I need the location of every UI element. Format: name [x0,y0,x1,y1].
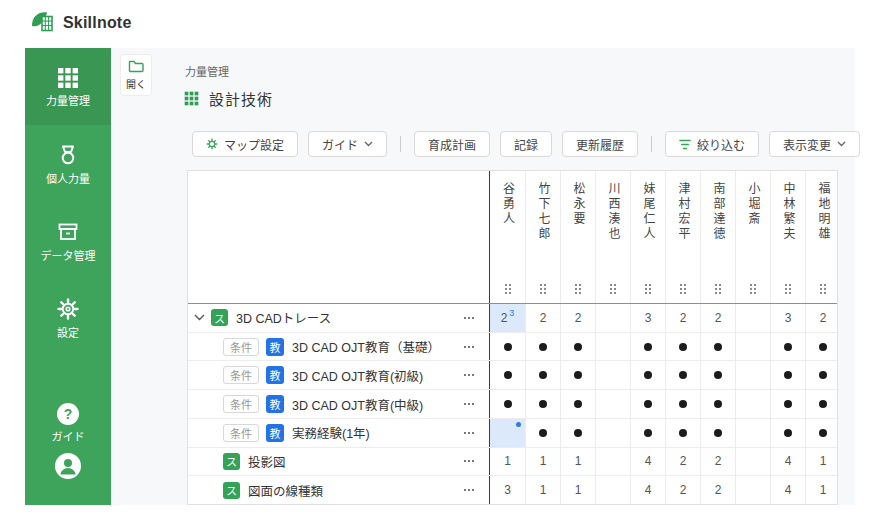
data-cell[interactable] [595,361,630,389]
display-change-dropdown-button[interactable]: 表示変更 [769,131,860,157]
data-cell[interactable] [525,390,560,418]
data-cell[interactable] [735,333,770,361]
data-cell[interactable] [630,333,665,361]
sidebar-item-guide[interactable]: ? ガイド [25,393,111,453]
data-cell[interactable] [630,419,665,447]
data-cell[interactable]: 23 [490,304,525,332]
data-cell[interactable] [735,476,770,504]
column-menu-icon[interactable] [609,283,617,295]
data-cell[interactable] [595,419,630,447]
data-cell[interactable] [735,304,770,332]
column-menu-icon[interactable] [539,283,547,295]
data-cell[interactable] [770,419,805,447]
data-cell[interactable] [735,361,770,389]
data-cell[interactable] [665,419,700,447]
column-menu-icon[interactable] [679,283,687,295]
column-menu-icon[interactable] [574,283,582,295]
breadcrumb[interactable]: 力量管理 [185,63,229,79]
data-cell[interactable] [595,390,630,418]
data-cell[interactable] [665,390,700,418]
column-menu-icon[interactable] [819,283,827,295]
data-cell[interactable]: 1 [805,476,840,504]
data-cell[interactable] [595,448,630,476]
row-menu-icon[interactable] [463,488,475,492]
data-cell[interactable] [525,333,560,361]
row-menu-icon[interactable] [463,402,475,406]
training-plan-button[interactable]: 育成計画 [414,131,490,157]
data-cell[interactable] [770,361,805,389]
row-menu-icon[interactable] [463,431,475,435]
data-cell[interactable] [700,361,735,389]
data-cell[interactable]: 1 [525,448,560,476]
data-cell[interactable]: 2 [700,304,735,332]
row-menu-icon[interactable] [463,345,475,349]
data-cell[interactable]: 3 [490,476,525,504]
data-cell[interactable]: 2 [805,304,840,332]
data-cell[interactable]: 2 [700,476,735,504]
data-cell[interactable] [560,361,595,389]
data-cell[interactable] [490,361,525,389]
data-cell[interactable] [805,361,840,389]
sidebar-item-data-management[interactable]: データ管理 [25,202,111,279]
column-menu-icon[interactable] [784,283,792,295]
data-cell[interactable]: 1 [490,448,525,476]
data-cell[interactable] [560,390,595,418]
data-cell[interactable] [525,361,560,389]
data-cell[interactable] [805,419,840,447]
data-cell[interactable] [805,390,840,418]
data-cell[interactable] [735,390,770,418]
data-cell[interactable]: 2 [700,448,735,476]
column-menu-icon[interactable] [504,283,512,295]
data-cell[interactable]: 4 [630,448,665,476]
data-cell[interactable] [735,448,770,476]
column-menu-icon[interactable] [714,283,722,295]
data-cell[interactable]: 2 [560,304,595,332]
data-cell[interactable] [490,419,525,447]
data-cell[interactable]: 3 [630,304,665,332]
data-cell[interactable] [665,361,700,389]
data-cell[interactable]: 4 [630,476,665,504]
open-panel-button[interactable]: 開く [120,54,152,96]
sidebar-item-personal-competency[interactable]: 個人力量 [25,125,111,202]
sidebar-account[interactable] [25,453,111,505]
record-button[interactable]: 記録 [500,131,552,157]
data-cell[interactable]: 2 [665,476,700,504]
data-cell[interactable] [595,304,630,332]
data-cell[interactable] [770,390,805,418]
row-menu-icon[interactable] [463,373,475,377]
data-cell[interactable]: 1 [560,476,595,504]
data-cell[interactable] [630,361,665,389]
data-cell[interactable]: 1 [525,476,560,504]
data-cell[interactable] [805,333,840,361]
data-cell[interactable]: 2 [665,448,700,476]
data-cell[interactable]: 1 [805,448,840,476]
data-cell[interactable] [525,419,560,447]
column-menu-icon[interactable] [644,283,652,295]
data-cell[interactable]: 3 [770,304,805,332]
data-cell[interactable]: 2 [665,304,700,332]
data-cell[interactable]: 1 [560,448,595,476]
map-settings-button[interactable]: マップ設定 [192,131,298,157]
data-cell[interactable] [735,419,770,447]
sidebar-item-settings[interactable]: 設定 [25,279,111,356]
data-cell[interactable] [770,333,805,361]
data-cell[interactable] [595,476,630,504]
data-cell[interactable] [700,333,735,361]
row-menu-icon[interactable] [463,316,475,320]
data-cell[interactable] [595,333,630,361]
data-cell[interactable] [490,390,525,418]
guide-dropdown-button[interactable]: ガイド [308,131,387,157]
data-cell[interactable] [665,333,700,361]
data-cell[interactable]: 4 [770,476,805,504]
filter-button[interactable]: 絞り込む [665,131,759,157]
chevron-down-icon[interactable] [194,314,205,321]
data-cell[interactable]: 2 [525,304,560,332]
data-cell[interactable]: 4 [770,448,805,476]
data-cell[interactable] [630,390,665,418]
column-menu-icon[interactable] [749,283,757,295]
data-cell[interactable] [700,390,735,418]
data-cell[interactable] [700,419,735,447]
data-cell[interactable] [560,333,595,361]
update-history-button[interactable]: 更新履歴 [562,131,638,157]
sidebar-item-competency-management[interactable]: 力量管理 [25,48,111,125]
